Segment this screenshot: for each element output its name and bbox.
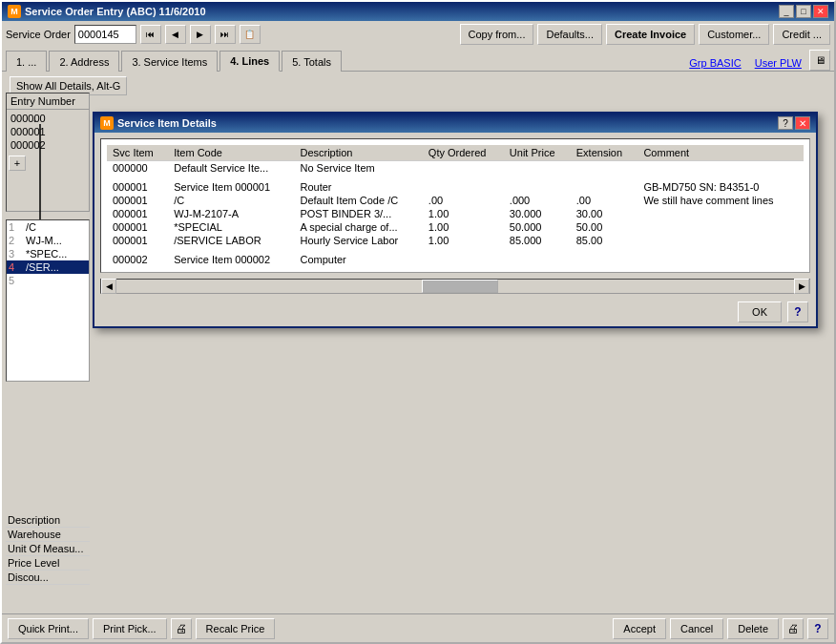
cell-price [504, 180, 571, 194]
copy-from-button[interactable]: Copy from... [460, 24, 534, 45]
entry-number-header: Entry Number [7, 93, 89, 110]
cell-ext: .00 [571, 194, 638, 207]
nav-extra-button[interactable]: 📋 [240, 25, 261, 44]
minimize-button[interactable]: _ [779, 5, 794, 18]
cell-qty [423, 253, 504, 266]
cell-item-code: Service Item 000001 [168, 180, 294, 194]
line-item-4[interactable]: 4 /SER... [7, 260, 89, 274]
tab-totals[interactable]: 5. Totals [282, 51, 342, 72]
scroll-right-button[interactable]: ▶ [794, 279, 809, 294]
table-row[interactable]: 000001 /C Default Item Code /C .00 .000 … [107, 194, 804, 207]
table-row[interactable]: 000001 *SPECIAL A special charge of... 1… [107, 220, 804, 234]
col-extension: Extension [571, 145, 638, 161]
service-order-input[interactable] [74, 25, 136, 44]
customer-button[interactable]: Customer... [699, 24, 769, 45]
window-controls[interactable]: _ □ ✕ [779, 5, 828, 18]
cell-qty: 1.00 [423, 234, 504, 247]
close-button[interactable]: ✕ [813, 5, 828, 18]
cell-description: No Service Item [294, 161, 422, 176]
cell-price: 50.000 [504, 220, 571, 234]
nav-prev-button[interactable]: ◀ [165, 25, 186, 44]
cell-price: .000 [504, 194, 571, 207]
tab-service-items[interactable]: 3. Service Items [121, 51, 218, 72]
cell-ext [571, 161, 638, 176]
scrollbar-track[interactable] [116, 280, 794, 293]
create-invoice-button[interactable]: Create Invoice [606, 24, 695, 45]
modal-help-button[interactable]: ? [787, 301, 808, 322]
tab-lines[interactable]: 4. Lines [219, 51, 280, 72]
cell-ext: 85.00 [571, 234, 638, 247]
cell-qty: 1.00 [423, 207, 504, 220]
line-code-4: /SER... [26, 261, 59, 273]
line-item-2[interactable]: 2 WJ-M... [7, 234, 89, 247]
credit-button[interactable]: Credit ... [773, 24, 830, 45]
line-item-3[interactable]: 3 *SPEC... [7, 247, 89, 260]
modal-title: Service Item Details [117, 117, 217, 129]
lines-panel: 1 /C 2 WJ-M... 3 *SPEC... 4 /SER... 5 [6, 219, 90, 382]
cancel-button[interactable]: Cancel [670, 618, 723, 639]
cell-qty: .00 [423, 194, 504, 207]
main-toolbar: Service Order ⏮ ◀ ▶ ⏭ 📋 Copy from... Def… [2, 21, 834, 48]
window-title: Service Order Entry (ABC) 11/6/2010 [25, 6, 206, 17]
help-button[interactable]: ? [807, 618, 828, 639]
maximize-button[interactable]: □ [796, 5, 811, 18]
service-order-label: Service Order [6, 29, 71, 40]
modal-app-icon: M [100, 116, 114, 130]
entry-toolbar: + [7, 154, 89, 173]
monitor-icon[interactable]: 🖥 [809, 50, 830, 71]
entry-row-1[interactable]: 000001 [9, 125, 87, 138]
table-row[interactable]: 000001 /SERVICE LABOR Hourly Service Lab… [107, 234, 804, 247]
cell-description: POST BINDER 3/... [294, 207, 422, 220]
cell-comment [637, 234, 804, 247]
discount-label: Discou... [6, 571, 90, 585]
nav-next-button[interactable]: ▶ [190, 25, 211, 44]
add-entry-button[interactable]: + [9, 156, 26, 171]
tab-1[interactable]: 1. ... [6, 51, 47, 72]
modal-table-container: Svc Item Item Code Description Qty Order… [100, 138, 810, 273]
title-bar: M Service Order Entry (ABC) 11/6/2010 _ … [2, 2, 834, 21]
cell-svc-item: 000001 [107, 194, 168, 207]
cell-comment [637, 161, 804, 176]
grp-basic-link[interactable]: Grp BASIC [683, 55, 746, 71]
print-icon-button[interactable]: 🖨 [171, 618, 192, 639]
table-row[interactable]: 000001 Service Item 000001 Router GB-MD7… [107, 180, 804, 194]
nav-last-button[interactable]: ⏭ [215, 25, 236, 44]
print-bottom-icon[interactable]: 🖨 [783, 618, 804, 639]
warehouse-label: Warehouse [6, 528, 90, 542]
defaults-button[interactable]: Defaults... [537, 24, 602, 45]
quick-print-button[interactable]: Quick Print... [8, 618, 89, 639]
accept-button[interactable]: Accept [613, 618, 666, 639]
modal-help-titlebar[interactable]: ? [778, 116, 793, 130]
tab-address[interactable]: 2. Address [49, 51, 119, 72]
horizontal-scrollbar[interactable]: ◀ ▶ [100, 279, 810, 294]
cell-description: Hourly Service Labor [294, 234, 422, 247]
entry-row-2[interactable]: 000002 [9, 138, 87, 152]
entry-row-0[interactable]: 000000 [9, 112, 87, 125]
table-row[interactable]: 000001 WJ-M-2107-A POST BINDER 3/... 1.0… [107, 207, 804, 220]
cell-svc-item: 000002 [107, 253, 168, 266]
cell-price [504, 253, 571, 266]
modal-title-bar: M Service Item Details ? ✕ [94, 114, 816, 133]
scrollbar-thumb[interactable] [422, 280, 498, 293]
scroll-left-button[interactable]: ◀ [101, 279, 116, 294]
modal-close-button[interactable]: ✕ [795, 116, 810, 130]
print-pick-button[interactable]: Print Pick... [93, 618, 167, 639]
user-plw-link[interactable]: User PLW [749, 55, 807, 71]
line-num-2: 2 [9, 235, 22, 246]
cell-description: A special charge of... [294, 220, 422, 234]
table-row[interactable]: 000000 Default Service Ite... No Service… [107, 161, 804, 176]
table-row[interactable]: 000002 Service Item 000002 Computer [107, 253, 804, 266]
line-item-1[interactable]: 1 /C [7, 220, 89, 234]
modal-ok-button[interactable]: OK [738, 301, 782, 322]
modal-window-controls[interactable]: ? ✕ [778, 116, 810, 130]
cell-ext: 30.00 [571, 207, 638, 220]
field-labels-panel: Description Warehouse Unit Of Measu... P… [6, 513, 90, 585]
cell-description: Computer [294, 253, 422, 266]
delete-button[interactable]: Delete [727, 618, 779, 639]
recalc-price-button[interactable]: Recalc Price [196, 618, 276, 639]
line-item-5[interactable]: 5 [7, 274, 89, 287]
cell-ext [571, 253, 638, 266]
service-item-details-modal: M Service Item Details ? ✕ Svc Item Item… [93, 112, 818, 328]
price-level-label: Price Level [6, 556, 90, 571]
nav-first-button[interactable]: ⏮ [140, 25, 161, 44]
